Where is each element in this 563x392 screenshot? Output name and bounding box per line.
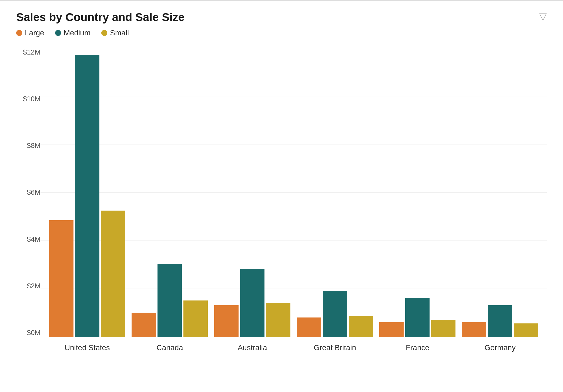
legend-item-medium: Medium: [55, 29, 91, 37]
bar-large-united-states[interactable]: [49, 220, 73, 337]
country-group-germany: [462, 305, 538, 337]
legend-item-small: Small: [101, 29, 129, 37]
y-axis: $12M $10M $8M $6M $4M $2M $0M: [16, 45, 41, 359]
legend: Large Medium Small: [16, 29, 547, 37]
bars-row-france: [379, 298, 455, 337]
bar-medium-australia[interactable]: [240, 269, 264, 337]
y-label-0m: $0M: [27, 329, 41, 337]
bar-medium-canada[interactable]: [157, 264, 182, 337]
legend-label-medium: Medium: [64, 29, 91, 37]
y-label-12m: $12M: [23, 48, 41, 56]
bar-large-germany[interactable]: [462, 322, 486, 337]
bar-large-australia[interactable]: [214, 305, 239, 337]
top-border: [0, 0, 563, 1]
bars-row-united-states: [49, 55, 125, 337]
x-label-australia: Australia: [215, 343, 290, 352]
bar-large-great-britain[interactable]: [297, 317, 321, 337]
x-label-great-britain: Great Britain: [297, 343, 373, 352]
bar-small-united-states[interactable]: [101, 211, 125, 337]
y-label-6m: $6M: [27, 188, 41, 197]
country-group-great-britain: [297, 291, 373, 337]
chart-container: Sales by Country and Sale Size Large Med…: [0, 0, 563, 392]
bar-medium-great-britain[interactable]: [323, 291, 347, 337]
y-label-10m: $10M: [23, 95, 41, 103]
bar-medium-germany[interactable]: [488, 305, 512, 337]
country-group-australia: [214, 269, 290, 337]
x-label-united-states: United States: [49, 343, 125, 352]
bar-small-great-britain[interactable]: [349, 316, 373, 337]
chart-title: Sales by Country and Sale Size: [16, 11, 547, 24]
country-group-canada: [132, 264, 208, 337]
legend-label-small: Small: [110, 29, 129, 37]
chart-area: $12M $10M $8M $6M $4M $2M $0M United Sta…: [16, 45, 547, 359]
country-group-united-states: [49, 55, 125, 337]
legend-dot-small: [101, 30, 107, 36]
bars-row-great-britain: [297, 291, 373, 337]
legend-item-large: Large: [16, 29, 44, 37]
bar-small-canada[interactable]: [183, 300, 208, 337]
bars-row-germany: [462, 305, 538, 337]
bar-small-australia[interactable]: [266, 303, 290, 337]
bar-large-france[interactable]: [379, 322, 404, 337]
x-labels: United StatesCanadaAustraliaGreat Britai…: [41, 337, 547, 359]
legend-dot-medium: [55, 30, 61, 36]
country-group-france: [379, 298, 455, 337]
bars-area: [41, 48, 547, 337]
bar-small-germany[interactable]: [514, 323, 538, 337]
legend-dot-large: [16, 30, 22, 36]
bars-row-canada: [132, 264, 208, 337]
bar-large-canada[interactable]: [132, 313, 156, 337]
bar-medium-france[interactable]: [405, 298, 430, 337]
bar-medium-united-states[interactable]: [75, 55, 99, 337]
chart-inner: United StatesCanadaAustraliaGreat Britai…: [41, 45, 547, 359]
bars-row-australia: [214, 269, 290, 337]
x-label-canada: Canada: [132, 343, 207, 352]
x-label-germany: Germany: [462, 343, 538, 352]
legend-label-large: Large: [25, 29, 44, 37]
filter-icon[interactable]: ▽: [539, 11, 547, 22]
bar-small-france[interactable]: [431, 320, 455, 337]
y-label-8m: $8M: [27, 141, 41, 150]
y-label-2m: $2M: [27, 282, 41, 290]
x-label-france: France: [380, 343, 455, 352]
y-label-4m: $4M: [27, 235, 41, 244]
